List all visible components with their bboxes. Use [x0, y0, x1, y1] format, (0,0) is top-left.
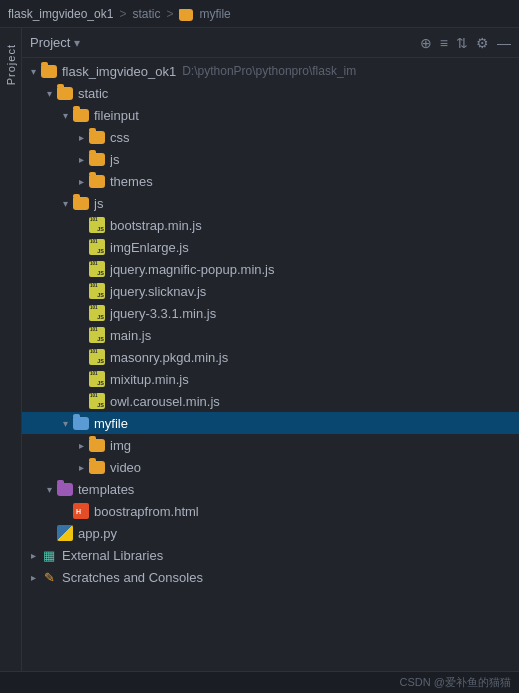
bottom-bar: CSDN @爱补鱼的猫猫	[0, 671, 519, 693]
item-label: js	[94, 196, 103, 211]
item-label: flask_imgvideo_ok1	[62, 64, 176, 79]
folder-orange-icon	[89, 461, 105, 474]
project-panel: Project ▾ ⊕ ≡ ⇅ ⚙ — flask_imgvideo_ok1D:…	[22, 28, 519, 671]
collapse-icon[interactable]: ≡	[440, 35, 448, 51]
locate-icon[interactable]: ⊕	[420, 35, 432, 51]
item-label: Scratches and Consoles	[62, 570, 203, 585]
tree-item-video[interactable]: video	[22, 456, 519, 478]
js-file-icon: 101 JS	[89, 393, 105, 409]
bottom-bar-text: CSDN @爱补鱼的猫猫	[400, 675, 511, 690]
panel-dropdown-arrow: ▾	[74, 36, 80, 50]
tree-item-img[interactable]: img	[22, 434, 519, 456]
tree-item-js-sub[interactable]: js	[22, 148, 519, 170]
item-label: External Libraries	[62, 548, 163, 563]
js-file-icon: 101 JS	[89, 327, 105, 343]
library-icon: ▦	[43, 548, 55, 563]
minimize-icon[interactable]: —	[497, 35, 511, 51]
html-file-icon: H	[73, 503, 89, 519]
sort-icon[interactable]: ⇅	[456, 35, 468, 51]
tree-item-fileinput[interactable]: fileinput	[22, 104, 519, 126]
item-label: owl.carousel.min.js	[110, 394, 220, 409]
folder-orange-icon	[57, 87, 73, 100]
folder-orange-icon	[89, 175, 105, 188]
tree-item-mixitup.min.js[interactable]: 101 JS mixitup.min.js	[22, 368, 519, 390]
sep2: >	[166, 7, 173, 21]
js-file-icon: 101 JS	[89, 261, 105, 277]
folder-icon-title	[179, 9, 193, 21]
tree-item-app.py[interactable]: app.py	[22, 522, 519, 544]
folder-orange-icon	[73, 197, 89, 210]
item-label: css	[110, 130, 130, 145]
tree-item-main.js[interactable]: 101 JS main.js	[22, 324, 519, 346]
side-tab[interactable]: Project	[0, 28, 22, 671]
tree-item-masonry.pkgd.min.js[interactable]: 101 JS masonry.pkgd.min.js	[22, 346, 519, 368]
tree-item-templates[interactable]: templates	[22, 478, 519, 500]
chevron-closed	[74, 176, 88, 187]
settings-icon[interactable]: ⚙	[476, 35, 489, 51]
item-label: masonry.pkgd.min.js	[110, 350, 228, 365]
chevron-open	[58, 198, 72, 209]
tree-item-jquery.slicknav.js[interactable]: 101 JS jquery.slicknav.js	[22, 280, 519, 302]
tree-item-imgEnlarge.js[interactable]: 101 JS imgEnlarge.js	[22, 236, 519, 258]
folder-orange-icon	[41, 65, 57, 78]
item-label: imgEnlarge.js	[110, 240, 189, 255]
main-layout: Project Project ▾ ⊕ ≡ ⇅ ⚙ — flask_imgvid…	[0, 28, 519, 671]
panel-header: Project ▾ ⊕ ≡ ⇅ ⚙ —	[22, 28, 519, 58]
tree-item-boostrapfrom.html[interactable]: H boostrapfrom.html	[22, 500, 519, 522]
chevron-open	[42, 484, 56, 495]
tree-item-js[interactable]: js	[22, 192, 519, 214]
panel-header-icons: ⊕ ≡ ⇅ ⚙ —	[420, 35, 511, 51]
tree-item-static[interactable]: static	[22, 82, 519, 104]
chevron-open	[58, 110, 72, 121]
chevron-closed	[26, 550, 40, 561]
panel-title-label: Project	[30, 35, 70, 50]
tree-item-scratches[interactable]: ✎Scratches and Consoles	[22, 566, 519, 588]
tree-item-root[interactable]: flask_imgvideo_ok1D:\pythonPro\pythonpro…	[22, 60, 519, 82]
item-label: fileinput	[94, 108, 139, 123]
panel-title[interactable]: Project ▾	[30, 35, 80, 50]
item-label: main.js	[110, 328, 151, 343]
chevron-closed	[74, 154, 88, 165]
js-file-icon: 101 JS	[89, 283, 105, 299]
svg-text:H: H	[76, 508, 81, 515]
tree-item-jquery.magnific-popup.min.js[interactable]: 101 JS jquery.magnific-popup.min.js	[22, 258, 519, 280]
tree-item-myfile[interactable]: myfile	[22, 412, 519, 434]
item-label: boostrapfrom.html	[94, 504, 199, 519]
js-file-icon: 101 JS	[89, 239, 105, 255]
chevron-closed	[74, 462, 88, 473]
chevron-open	[58, 418, 72, 429]
item-label: img	[110, 438, 131, 453]
folder-blue-icon	[73, 417, 89, 430]
js-file-icon: 101 JS	[89, 371, 105, 387]
project-name-title: flask_imgvideo_ok1	[8, 7, 113, 21]
chevron-open	[26, 66, 40, 77]
item-label: myfile	[94, 416, 128, 431]
scratch-icon: ✎	[44, 570, 55, 585]
tree-item-owl.carousel.min.js[interactable]: 101 JS owl.carousel.min.js	[22, 390, 519, 412]
tree-item-css[interactable]: css	[22, 126, 519, 148]
tree-item-bootstrap.min.js[interactable]: 101 JS bootstrap.min.js	[22, 214, 519, 236]
py-file-icon	[57, 525, 73, 541]
item-label: mixitup.min.js	[110, 372, 189, 387]
item-label: jquery-3.3.1.min.js	[110, 306, 216, 321]
tree-item-jquery-3.3.1.min.js[interactable]: 101 JS jquery-3.3.1.min.js	[22, 302, 519, 324]
folder2-title: myfile	[199, 7, 230, 21]
chevron-closed	[74, 132, 88, 143]
tree-item-themes[interactable]: themes	[22, 170, 519, 192]
item-label: themes	[110, 174, 153, 189]
tree-item-external-libraries[interactable]: ▦External Libraries	[22, 544, 519, 566]
side-tab-label[interactable]: Project	[2, 36, 20, 93]
chevron-open	[42, 88, 56, 99]
item-label: js	[110, 152, 119, 167]
item-label: templates	[78, 482, 134, 497]
item-label: jquery.magnific-popup.min.js	[110, 262, 275, 277]
item-label: video	[110, 460, 141, 475]
chevron-closed	[74, 440, 88, 451]
title-bar: flask_imgvideo_ok1 > static > myfile	[0, 0, 519, 28]
folder-orange-icon	[89, 153, 105, 166]
folder1-title: static	[132, 7, 160, 21]
chevron-closed	[26, 572, 40, 583]
item-path: D:\pythonPro\pythonpro\flask_im	[182, 64, 356, 78]
js-file-icon: 101 JS	[89, 349, 105, 365]
folder-orange-icon	[73, 109, 89, 122]
